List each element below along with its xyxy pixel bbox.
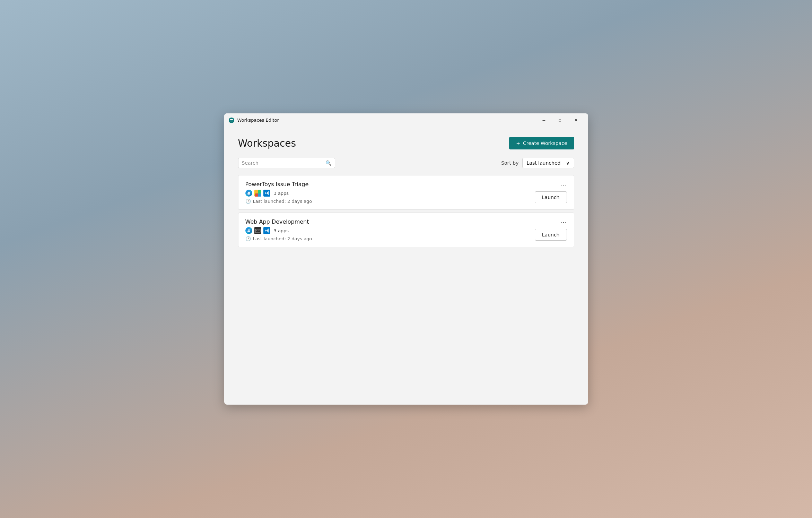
workspace-card: Web App Development — [238, 213, 574, 247]
minimize-button[interactable]: ─ — [536, 115, 552, 126]
launch-button[interactable]: Launch — [535, 191, 567, 203]
main-content: Workspaces + Create Workspace 🔍 Sort by … — [224, 127, 588, 405]
svg-rect-5 — [255, 190, 258, 193]
create-workspace-label: Create Workspace — [523, 140, 567, 146]
chevron-down-icon: ∨ — [566, 160, 569, 166]
app-icon — [228, 117, 235, 123]
svg-rect-6 — [258, 190, 261, 193]
workspace-card-left: PowerToys Issue Triage — [245, 181, 312, 204]
mail-icon — [254, 227, 261, 234]
header-row: Workspaces + Create Workspace — [238, 137, 574, 149]
search-input[interactable] — [242, 160, 323, 166]
clock-icon: 🕐 — [245, 199, 251, 204]
vscode-icon — [263, 190, 270, 197]
workspace-card-left: Web App Development — [245, 218, 312, 241]
search-icon: 🔍 — [325, 160, 331, 166]
vscode-icon — [263, 227, 270, 234]
svg-rect-7 — [255, 193, 258, 197]
workspace-list: PowerToys Issue Triage — [238, 175, 574, 250]
search-box: 🔍 — [238, 158, 335, 168]
edge-icon — [245, 227, 252, 234]
create-workspace-button[interactable]: + Create Workspace — [509, 137, 574, 149]
window-title: Workspaces Editor — [237, 118, 536, 123]
store-icon — [254, 190, 261, 197]
workspace-name: PowerToys Issue Triage — [245, 181, 312, 188]
more-options-button[interactable]: ··· — [558, 180, 569, 189]
svg-rect-1 — [230, 119, 233, 120]
sort-dropdown[interactable]: Last launched ∨ — [522, 158, 574, 168]
page-title: Workspaces — [238, 138, 296, 149]
svg-rect-2 — [230, 121, 233, 121]
sort-by-label: Sort by — [501, 160, 518, 166]
last-launched: 🕐 Last launched: 2 days ago — [245, 199, 312, 204]
workspace-apps-row: 3 apps — [245, 190, 312, 197]
svg-point-11 — [247, 231, 250, 232]
app-window: Workspaces Editor ─ □ ✕ Workspaces + Cre… — [224, 113, 588, 405]
controls-row: 🔍 Sort by Last launched ∨ — [238, 158, 574, 168]
workspace-card: PowerToys Issue Triage — [238, 175, 574, 210]
titlebar: Workspaces Editor ─ □ ✕ — [224, 113, 588, 127]
svg-point-0 — [229, 118, 234, 123]
sort-current-value: Last launched — [527, 160, 561, 166]
sort-row: Sort by Last launched ∨ — [501, 158, 574, 168]
workspace-name: Web App Development — [245, 218, 312, 225]
workspace-apps-row: 3 apps — [245, 227, 312, 234]
window-controls: ─ □ ✕ — [536, 115, 584, 126]
last-launched-text: Last launched: 2 days ago — [253, 236, 312, 241]
close-button[interactable]: ✕ — [568, 115, 584, 126]
apps-count: 3 apps — [274, 228, 289, 233]
edge-icon — [245, 190, 252, 197]
clock-icon: 🕐 — [245, 236, 251, 241]
svg-point-4 — [247, 193, 250, 195]
apps-count: 3 apps — [274, 191, 289, 196]
maximize-button[interactable]: □ — [552, 115, 568, 126]
last-launched-text: Last launched: 2 days ago — [253, 199, 312, 204]
plus-icon: + — [516, 140, 520, 146]
svg-rect-8 — [258, 193, 261, 197]
last-launched: 🕐 Last launched: 2 days ago — [245, 236, 312, 241]
launch-button[interactable]: Launch — [535, 229, 567, 241]
more-options-button[interactable]: ··· — [558, 218, 569, 227]
